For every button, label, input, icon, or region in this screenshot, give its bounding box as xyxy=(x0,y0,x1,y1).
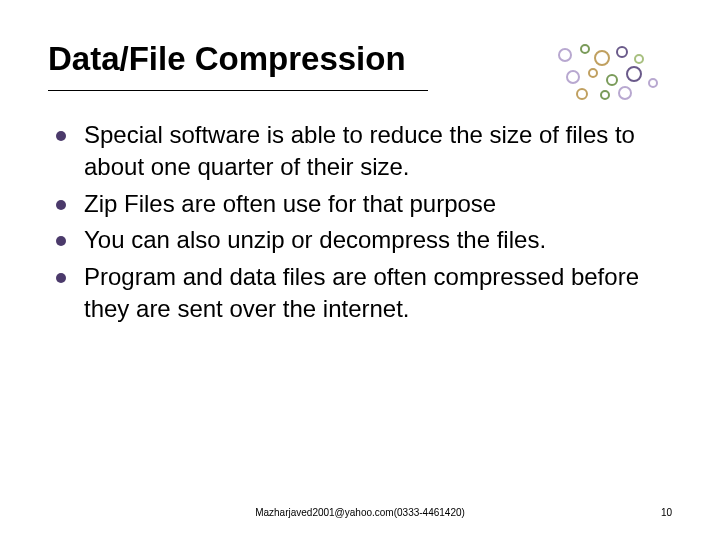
list-item: Special software is able to reduce the s… xyxy=(56,119,672,184)
list-item: Zip Files are often use for that purpose xyxy=(56,188,672,220)
slide-title: Data/File Compression xyxy=(48,40,428,91)
bullet-icon xyxy=(56,236,66,246)
slide: Data/File Compression Special software i… xyxy=(0,0,720,540)
list-item-text: Program and data files are often compres… xyxy=(84,261,672,326)
decorative-circles xyxy=(552,44,672,104)
bullet-list: Special software is able to reduce the s… xyxy=(48,119,672,325)
footer-contact: Mazharjaved2001@yahoo.com(0333-4461420) xyxy=(0,507,720,518)
list-item-text: Zip Files are often use for that purpose xyxy=(84,188,496,220)
bullet-icon xyxy=(56,273,66,283)
list-item-text: Special software is able to reduce the s… xyxy=(84,119,672,184)
list-item-text: You can also unzip or decompress the fil… xyxy=(84,224,546,256)
list-item: You can also unzip or decompress the fil… xyxy=(56,224,672,256)
bullet-icon xyxy=(56,131,66,141)
page-number: 10 xyxy=(661,507,672,518)
bullet-icon xyxy=(56,200,66,210)
list-item: Program and data files are often compres… xyxy=(56,261,672,326)
